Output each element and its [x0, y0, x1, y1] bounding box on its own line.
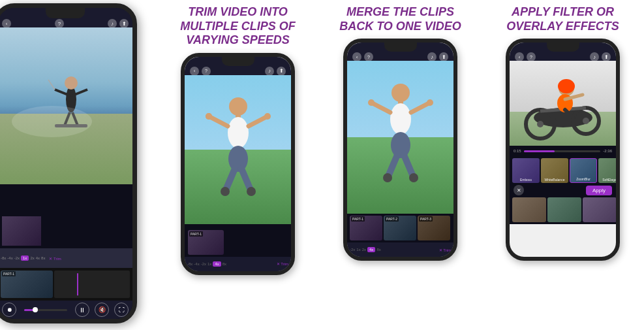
section-filter: APPLY FILTER OR OVERLAY EFFECTS ‹ ? ♪ ⬆	[482, 0, 644, 330]
part3-3[interactable]: PART-3	[418, 216, 450, 240]
svg-point-35	[583, 118, 589, 124]
right-toolbar-4: ♪ ⬆	[590, 52, 611, 61]
phone-notch-3	[384, 42, 417, 52]
face-thumb-3[interactable]	[583, 197, 617, 222]
phone-mockup-1: ‹ ? ♪ ⬆	[0, 3, 137, 323]
speed-minus4[interactable]: -4x	[7, 256, 12, 260]
s2-4x-active[interactable]: 4x	[213, 261, 221, 267]
s2-minus2x[interactable]: -2x	[201, 262, 206, 266]
svg-point-19	[221, 187, 230, 196]
back-btn-2[interactable]: ‹	[190, 67, 199, 76]
speed-minus8[interactable]: -8x	[1, 256, 6, 260]
phone-bottom-1: PART-1 -8x -4x -2x 1x 2x 4x 8x ✕ Trim	[0, 184, 132, 319]
clip-bg	[2, 216, 41, 246]
clip-area: PART-1	[0, 214, 132, 248]
video-main-2	[185, 75, 291, 224]
speed-minus2[interactable]: -2x	[14, 256, 20, 260]
phone-mockup-3: ‹ ? ♪ ⬆	[343, 39, 457, 261]
section-trim-video: TRIM VIDEO INTO MULTIPLE CLIPS OF VARYIN…	[157, 0, 319, 330]
back-btn-3[interactable]: ‹	[352, 52, 361, 61]
svg-line-7	[48, 80, 55, 90]
video-timeline[interactable]	[524, 150, 601, 152]
svg-point-23	[390, 103, 411, 135]
s2-minus4x[interactable]: -4x	[194, 262, 199, 266]
svg-point-10	[228, 117, 249, 148]
record-button[interactable]: ⏺	[2, 303, 16, 317]
share-btn-4[interactable]: ⬆	[602, 52, 611, 61]
clip-thumb-main[interactable]: PART-1	[2, 216, 41, 246]
phone-notch-2	[222, 57, 254, 66]
speed-bar-2: -8x -4x -2x 1x 4x 8x ✕ Trim	[185, 257, 291, 271]
section-merge-clips: MERGE THE CLIPS BACK TO ONE VIDEO ‹ ? ♪ …	[319, 0, 482, 330]
fullscreen-button[interactable]: ⛶	[114, 303, 129, 317]
share-button[interactable]: ⬆	[119, 19, 129, 28]
bottom-controls-2: PART-1 -8x -4x -2x 1x 4x 8x ✕ Trim	[185, 224, 291, 271]
right-toolbar-2: ♪ ⬆	[265, 67, 286, 76]
filter-label-4: SoftElegance	[598, 178, 620, 182]
trim-btn-3[interactable]: ✕ Trim	[439, 248, 451, 252]
left-toolbar-3: ‹ ?	[352, 52, 373, 61]
s2-minus8x[interactable]: -8x	[187, 262, 192, 266]
s3-4x-active[interactable]: 4x	[367, 247, 375, 252]
music-button[interactable]: ♪	[108, 19, 117, 28]
face-thumbs-row	[512, 197, 613, 222]
back-btn-4[interactable]: ‹	[515, 52, 524, 61]
svg-point-14	[264, 113, 271, 120]
s2-1x[interactable]: 1x	[207, 262, 211, 266]
left-toolbar-2: ‹ ?	[190, 67, 211, 76]
progress-handle[interactable]	[33, 307, 38, 312]
filter-thumb-4[interactable]: SoftElegance	[598, 158, 620, 183]
phone-mockup-2: ‹ ? ♪ ⬆	[181, 53, 295, 275]
music-btn-4[interactable]: ♪	[590, 52, 599, 61]
svg-point-26	[368, 99, 375, 106]
svg-point-20	[247, 187, 256, 196]
svg-point-32	[409, 173, 418, 182]
timeline-fill	[524, 150, 555, 152]
bottom-controls-3: PART-1 PART-2 PART-3 -2x 1x 2x 4x 8x ✕ T…	[347, 214, 453, 257]
help-btn-3[interactable]: ?	[364, 52, 373, 61]
trim-btn-2[interactable]: ✕ Trim	[277, 261, 288, 266]
filter-thumb-3[interactable]: ZoomBlur	[570, 158, 597, 183]
progress-bar-main[interactable]	[24, 309, 67, 311]
part1-thumb[interactable]: PART-1	[188, 230, 224, 255]
speed-8x[interactable]: 8x	[41, 256, 45, 260]
apply-row: ✕ Apply	[512, 185, 613, 195]
face-thumb-2[interactable]	[547, 197, 581, 222]
speed-4x[interactable]: 4x	[36, 256, 40, 260]
video-preview-1	[0, 27, 132, 184]
s3-minus2x[interactable]: -2x	[350, 248, 355, 252]
back-button[interactable]: ‹	[2, 19, 11, 28]
speed-2x[interactable]: 2x	[30, 256, 34, 260]
moto-figure	[521, 65, 606, 144]
help-btn-2[interactable]: ?	[202, 67, 211, 76]
apply-button[interactable]: Apply	[586, 186, 612, 195]
s2-8x[interactable]: 8x	[222, 262, 226, 266]
pause-button[interactable]: ⏸	[75, 303, 89, 317]
scrub-area[interactable]	[54, 271, 130, 298]
section-phone-left: ‹ ? ♪ ⬆	[0, 0, 157, 330]
face-thumb-1[interactable]	[512, 197, 546, 222]
part1-3[interactable]: PART-1	[350, 216, 382, 240]
cancel-filter-btn[interactable]: ✕	[514, 185, 524, 195]
video-progress-4: 0:15 -2:36	[510, 146, 616, 156]
help-button[interactable]: ?	[55, 19, 64, 28]
filter-thumbs-row: Emboss WhiteBalance ZoomBlur SoftEleganc…	[512, 158, 613, 183]
speed-1x-active[interactable]: 1x	[21, 256, 29, 261]
mute-button[interactable]: 🔇	[95, 303, 109, 317]
main-clip-thumb[interactable]: PART-1	[1, 271, 53, 298]
music-btn-2[interactable]: ♪	[265, 67, 274, 76]
s3-8x[interactable]: 8x	[376, 248, 380, 252]
share-btn-3[interactable]: ⬆	[439, 52, 448, 61]
s3-1x[interactable]: 1x	[356, 248, 360, 252]
svg-point-15	[206, 113, 212, 120]
filter-thumb-1[interactable]: Emboss	[512, 158, 540, 183]
trim-button[interactable]: ✕ Trim	[49, 256, 61, 261]
filter-thumb-2[interactable]: WhiteBalance	[541, 158, 568, 183]
speed-controls: -8x -4x -2x 1x 2x 4x 8x ✕ Trim	[0, 248, 132, 268]
s3-2x[interactable]: 2x	[362, 248, 366, 252]
help-btn-4[interactable]: ?	[527, 52, 536, 61]
share-btn-2[interactable]: ⬆	[277, 67, 286, 76]
music-btn-3[interactable]: ♪	[427, 52, 437, 61]
jump-figure-3	[368, 76, 433, 207]
part2-3[interactable]: PART-2	[384, 216, 416, 240]
